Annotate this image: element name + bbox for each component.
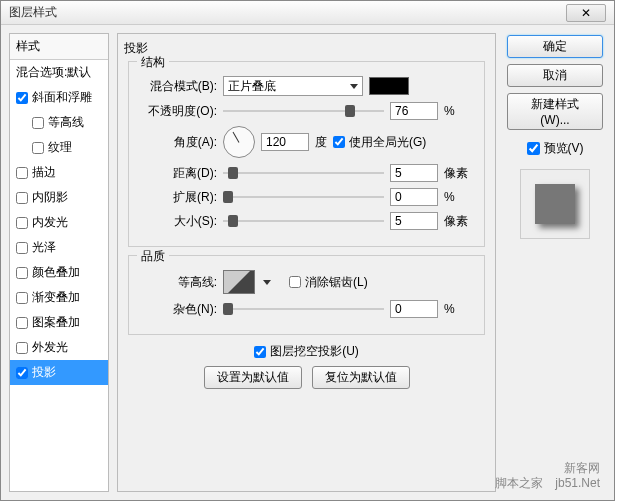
close-icon: ✕: [581, 6, 591, 20]
distance-slider[interactable]: [223, 165, 384, 181]
global-light-checkbox[interactable]: 使用全局光(G): [333, 134, 426, 151]
knockout-checkbox[interactable]: 图层挖空投影(U): [254, 343, 359, 360]
sidebar-item-label: 内发光: [32, 214, 68, 231]
cancel-button[interactable]: 取消: [507, 64, 603, 87]
styles-header: 样式: [10, 34, 108, 60]
sidebar-item-label: 描边: [32, 164, 56, 181]
sidebar-item-checkbox[interactable]: [16, 92, 28, 104]
angle-dial[interactable]: [223, 126, 255, 158]
size-slider[interactable]: [223, 213, 384, 229]
spread-slider[interactable]: [223, 189, 384, 205]
preview-input[interactable]: [527, 142, 540, 155]
quality-group: 品质 等高线: 消除锯齿(L) 杂色(N): %: [128, 255, 485, 335]
sidebar-item[interactable]: 等高线: [10, 110, 108, 135]
layer-style-dialog: 图层样式 ✕ 样式 混合选项:默认斜面和浮雕等高线纹理描边内阴影内发光光泽颜色叠…: [0, 0, 615, 501]
sidebar-item[interactable]: 内阴影: [10, 185, 108, 210]
blend-mode-combo[interactable]: 正片叠底: [223, 76, 363, 96]
sidebar-item-checkbox[interactable]: [16, 267, 28, 279]
noise-slider[interactable]: [223, 301, 384, 317]
spread-unit: %: [444, 190, 474, 204]
opacity-input[interactable]: [390, 102, 438, 120]
angle-label: 角度(A):: [139, 134, 217, 151]
sidebar-item[interactable]: 外发光: [10, 335, 108, 360]
anti-alias-label: 消除锯齿(L): [305, 274, 368, 291]
spread-input[interactable]: [390, 188, 438, 206]
sidebar-item-checkbox[interactable]: [16, 192, 28, 204]
sidebar-item-checkbox[interactable]: [16, 242, 28, 254]
sidebar-item-label: 光泽: [32, 239, 56, 256]
angle-unit: 度: [315, 134, 327, 151]
size-unit: 像素: [444, 213, 474, 230]
sidebar-item-label: 投影: [32, 364, 56, 381]
anti-alias-input[interactable]: [289, 276, 301, 288]
right-panel: 确定 取消 新建样式(W)... 预览(V): [504, 33, 606, 492]
sidebar-item-checkbox[interactable]: [16, 167, 28, 179]
blend-mode-value: 正片叠底: [228, 78, 276, 95]
styles-list: 混合选项:默认斜面和浮雕等高线纹理描边内阴影内发光光泽颜色叠加渐变叠加图案叠加外…: [10, 60, 108, 385]
preview-swatch: [535, 184, 575, 224]
sidebar-item-checkbox[interactable]: [16, 292, 28, 304]
global-light-label: 使用全局光(G): [349, 134, 426, 151]
section-title: 投影: [124, 40, 485, 57]
opacity-label: 不透明度(O):: [139, 103, 217, 120]
sidebar-item[interactable]: 描边: [10, 160, 108, 185]
sidebar-item-checkbox[interactable]: [16, 367, 28, 379]
make-default-button[interactable]: 设置为默认值: [204, 366, 302, 389]
sidebar-item[interactable]: 颜色叠加: [10, 260, 108, 285]
sidebar-item-checkbox[interactable]: [32, 117, 44, 129]
sidebar-item-label: 斜面和浮雕: [32, 89, 92, 106]
sidebar-item[interactable]: 投影: [10, 360, 108, 385]
sidebar-item-label: 混合选项:默认: [16, 64, 91, 81]
sidebar-item[interactable]: 纹理: [10, 135, 108, 160]
sidebar-item-checkbox[interactable]: [16, 217, 28, 229]
sidebar-item-label: 渐变叠加: [32, 289, 80, 306]
distance-input[interactable]: [390, 164, 438, 182]
styles-list-panel: 样式 混合选项:默认斜面和浮雕等高线纹理描边内阴影内发光光泽颜色叠加渐变叠加图案…: [9, 33, 109, 492]
anti-alias-checkbox[interactable]: 消除锯齿(L): [289, 274, 368, 291]
new-style-button[interactable]: 新建样式(W)...: [507, 93, 603, 130]
preview-label: 预览(V): [544, 140, 584, 157]
preview-box: [520, 169, 590, 239]
sidebar-item-checkbox[interactable]: [32, 142, 44, 154]
watermark: 新客网 脚本之家 jb51.Net: [495, 461, 600, 492]
noise-input[interactable]: [390, 300, 438, 318]
angle-input[interactable]: [261, 133, 309, 151]
sidebar-item-checkbox[interactable]: [16, 342, 28, 354]
sidebar-item[interactable]: 内发光: [10, 210, 108, 235]
sidebar-item[interactable]: 渐变叠加: [10, 285, 108, 310]
dialog-title: 图层样式: [9, 4, 57, 21]
chevron-down-icon[interactable]: [263, 280, 271, 285]
chevron-down-icon: [350, 84, 358, 89]
close-button[interactable]: ✕: [566, 4, 606, 22]
distance-unit: 像素: [444, 165, 474, 182]
watermark-line2: 脚本之家 jb51.Net: [495, 476, 600, 492]
sidebar-item[interactable]: 光泽: [10, 235, 108, 260]
knockout-input[interactable]: [254, 346, 266, 358]
contour-picker[interactable]: [223, 270, 255, 294]
sidebar-item-label: 图案叠加: [32, 314, 80, 331]
size-label: 大小(S):: [139, 213, 217, 230]
reset-default-button[interactable]: 复位为默认值: [312, 366, 410, 389]
sidebar-item-label: 等高线: [48, 114, 84, 131]
size-input[interactable]: [390, 212, 438, 230]
noise-label: 杂色(N):: [139, 301, 217, 318]
main-area: 样式 混合选项:默认斜面和浮雕等高线纹理描边内阴影内发光光泽颜色叠加渐变叠加图案…: [1, 25, 614, 500]
titlebar: 图层样式 ✕: [1, 1, 614, 25]
distance-label: 距离(D):: [139, 165, 217, 182]
shadow-color-swatch[interactable]: [369, 77, 409, 95]
sidebar-item-checkbox[interactable]: [16, 317, 28, 329]
structure-title: 结构: [137, 54, 169, 71]
opacity-slider[interactable]: [223, 103, 384, 119]
sidebar-item-label: 外发光: [32, 339, 68, 356]
noise-unit: %: [444, 302, 474, 316]
global-light-input[interactable]: [333, 136, 345, 148]
structure-group: 结构 混合模式(B): 正片叠底 不透明度(O): % 角度(A: [128, 61, 485, 247]
preview-checkbox[interactable]: 预览(V): [527, 140, 584, 157]
sidebar-item[interactable]: 斜面和浮雕: [10, 85, 108, 110]
quality-title: 品质: [137, 248, 169, 265]
ok-button[interactable]: 确定: [507, 35, 603, 58]
sidebar-item-label: 纹理: [48, 139, 72, 156]
sidebar-item[interactable]: 图案叠加: [10, 310, 108, 335]
settings-panel: 投影 结构 混合模式(B): 正片叠底 不透明度(O): %: [117, 33, 496, 492]
sidebar-item[interactable]: 混合选项:默认: [10, 60, 108, 85]
